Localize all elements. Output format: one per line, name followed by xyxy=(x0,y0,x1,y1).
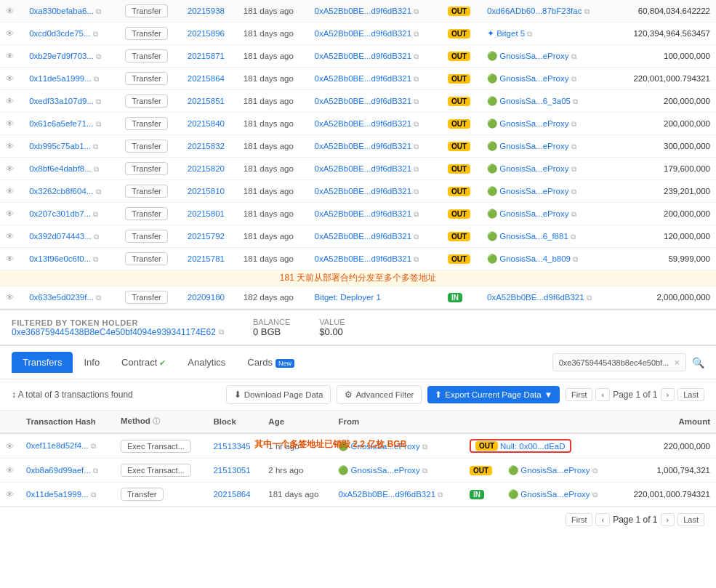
tx-hash-link[interactable]: 0x207c301db7... xyxy=(29,209,91,218)
to-addr[interactable]: 🟢 GnosisSa...4_b809 xyxy=(487,254,571,263)
block-link[interactable]: 21513051 xyxy=(213,466,250,475)
copy-tx-icon[interactable]: ⧉ xyxy=(96,120,101,128)
prev-page-btn[interactable]: ‹ xyxy=(595,388,610,401)
copy-from-icon[interactable]: ⧉ xyxy=(422,443,427,451)
eye-icon[interactable]: 👁 xyxy=(6,52,15,60)
filter-close-btn[interactable]: × xyxy=(674,357,680,368)
copy-tx-icon[interactable]: ⧉ xyxy=(96,97,101,105)
from-addr[interactable]: 0xA52Bb0BE...d9f6dB321 xyxy=(314,74,411,83)
eye-icon[interactable]: 👁 xyxy=(6,142,15,150)
from-addr[interactable]: 0xA52Bb0BE...d9f6dB321 xyxy=(314,29,411,38)
from-addr[interactable]: 🟢 GnosisSa...eProxy xyxy=(338,466,419,475)
to-addr[interactable]: 0xd66ADb60...87bF23fac xyxy=(487,7,582,15)
last-page-btn[interactable]: Last xyxy=(677,388,704,401)
copy-tx-icon[interactable]: ⧉ xyxy=(93,467,98,475)
copy-to-icon[interactable]: ⧉ xyxy=(584,7,590,15)
tab-info[interactable]: Info xyxy=(73,352,110,373)
copy-to-icon[interactable]: ⧉ xyxy=(571,188,576,196)
tx-hash-link[interactable]: 0xb8a69d99aef... xyxy=(26,466,91,475)
tx-hash-link[interactable]: 0x392d074443... xyxy=(29,232,92,241)
from-addr[interactable]: 0xA52Bb0BE...d9f6dB321 xyxy=(314,97,411,105)
tx-hash-link[interactable]: 0xef11e8d52f4... xyxy=(26,441,89,450)
from-addr[interactable]: 🟢 GnosisSa...eProxy xyxy=(338,442,419,451)
copy-tx-icon[interactable]: ⧉ xyxy=(96,294,101,302)
eye-icon[interactable]: 👁 xyxy=(6,119,15,128)
copy-to-icon[interactable]: ⧉ xyxy=(527,30,532,38)
copy-from-icon[interactable]: ⧉ xyxy=(414,188,419,196)
tab-transfers[interactable]: Transfers xyxy=(12,352,73,373)
copy-from-icon[interactable]: ⧉ xyxy=(414,75,419,83)
to-addr[interactable]: 🟢 GnosisSa...eProxy xyxy=(487,164,568,173)
block-link[interactable]: 20215896 xyxy=(188,29,225,38)
from-addr[interactable]: 0xA52Bb0BE...d9f6dB321 xyxy=(314,52,411,60)
tx-hash-link[interactable]: 0x11de5a1999... xyxy=(26,490,89,499)
block-link[interactable]: 20215792 xyxy=(188,232,225,241)
to-addr[interactable]: 0xA52Bb0BE...d9f6dB321 xyxy=(487,293,584,302)
block-link[interactable]: 20215864 xyxy=(188,74,225,83)
tx-hash-link[interactable]: 0xcd0d3cde75... xyxy=(29,29,90,38)
copy-from-icon[interactable]: ⧉ xyxy=(414,210,419,218)
copy-from-icon[interactable]: ⧉ xyxy=(414,97,419,105)
copy-to-icon[interactable]: ⧉ xyxy=(571,233,576,241)
copy-from-icon[interactable]: ⧉ xyxy=(414,255,419,263)
from-addr[interactable]: 0xA52Bb0BE...d9f6dB321 xyxy=(314,209,411,218)
to-addr-link[interactable]: 🟢 GnosisSa...eProxy xyxy=(508,466,590,475)
tx-hash-link[interactable]: 0x8bf6e4dabf8... xyxy=(29,164,92,173)
block-link[interactable]: 20215871 xyxy=(188,52,225,60)
from-addr[interactable]: 0xA52Bb0BE...d9f6dB321 xyxy=(314,119,411,128)
to-addr[interactable]: 🟢 GnosisSa...eProxy xyxy=(487,187,568,196)
copy-from-icon[interactable]: ⧉ xyxy=(414,142,419,150)
copy-from-icon[interactable]: ⧉ xyxy=(414,120,419,128)
tab-analytics[interactable]: Analytics xyxy=(177,352,236,373)
copy-from-icon[interactable]: ⧉ xyxy=(414,233,419,241)
from-addr[interactable]: 0xA52Bb0BE...d9f6dB321 xyxy=(314,254,411,263)
to-addr[interactable]: 🟢 GnosisSa...eProxy xyxy=(487,74,568,83)
block-link[interactable]: 20215851 xyxy=(188,97,225,105)
copy-tx-icon[interactable]: ⧉ xyxy=(91,491,96,499)
copy-tx-icon[interactable]: ⧉ xyxy=(94,165,99,173)
copy-tx-icon[interactable]: ⧉ xyxy=(94,75,99,83)
copy-to-icon[interactable]: ⧉ xyxy=(592,491,598,499)
copy-from-icon[interactable]: ⧉ xyxy=(422,467,427,475)
tx-hash-link[interactable]: 0x3262cb8f604... xyxy=(29,187,93,196)
method-info-icon[interactable]: ⓘ xyxy=(153,417,160,425)
block-link[interactable]: 20215820 xyxy=(188,164,225,173)
tx-hash-link[interactable]: 0xb29e7d9f703... xyxy=(29,52,94,60)
next-page-btn[interactable]: › xyxy=(661,388,675,401)
tx-hash-link[interactable]: 0x11de5a1999... xyxy=(29,74,92,83)
copy-from-icon[interactable]: ⧉ xyxy=(438,491,443,499)
copy-to-icon[interactable]: ⧉ xyxy=(571,75,576,83)
copy-to-icon[interactable]: ⧉ xyxy=(571,142,576,150)
copy-tx-icon[interactable]: ⧉ xyxy=(91,442,96,450)
tx-hash-link[interactable]: 0x61c6a5efe71... xyxy=(29,119,93,128)
tx-hash-link[interactable]: 0x633e5d0239f... xyxy=(29,293,94,302)
copy-tx-icon[interactable]: ⧉ xyxy=(93,255,98,263)
advanced-filter-btn[interactable]: ⚙ Advanced Filter xyxy=(337,385,422,404)
eye-icon[interactable]: 👁 xyxy=(6,164,15,173)
copy-to-icon[interactable]: ⧉ xyxy=(571,210,576,218)
copy-to-icon[interactable]: ⧉ xyxy=(573,97,578,105)
copy-to-icon[interactable]: ⧉ xyxy=(571,52,576,60)
bottom-last-btn[interactable]: Last xyxy=(677,513,704,526)
to-addr-link[interactable]: 🟢 GnosisSa...eProxy xyxy=(508,490,590,499)
bottom-next-btn[interactable]: › xyxy=(661,513,675,526)
first-page-btn[interactable]: First xyxy=(566,388,592,401)
eye-icon[interactable]: 👁 xyxy=(6,254,15,263)
copy-tx-icon[interactable]: ⧉ xyxy=(93,210,98,218)
block-link[interactable]: 20209180 xyxy=(188,293,225,302)
copy-to-icon[interactable]: ⧉ xyxy=(571,165,576,173)
to-addr[interactable]: 🟢 GnosisSa...eProxy xyxy=(487,209,568,218)
from-addr[interactable]: 0xA52Bb0BE...d9f6dB321 xyxy=(314,7,411,15)
tx-hash-link[interactable]: 0xa830befaba6... xyxy=(29,7,94,15)
eye-icon[interactable]: 👁 xyxy=(6,442,15,451)
filtered-address[interactable]: 0xe368759445438B8eC4e50bf4094e939341174E… xyxy=(12,327,224,337)
block-link[interactable]: 20215864 xyxy=(213,490,250,499)
copy-tx-icon[interactable]: ⧉ xyxy=(96,7,101,15)
to-addr[interactable]: 🟢 GnosisSa...6_f881 xyxy=(487,232,568,241)
copy-from-icon[interactable]: ⧉ xyxy=(414,30,419,38)
bottom-prev-btn[interactable]: ‹ xyxy=(595,513,610,526)
eye-icon[interactable]: 👁 xyxy=(6,209,15,218)
block-link[interactable]: 21513345 xyxy=(213,442,250,451)
eye-icon[interactable]: 👁 xyxy=(6,7,15,15)
block-link[interactable]: 20215781 xyxy=(188,254,225,263)
